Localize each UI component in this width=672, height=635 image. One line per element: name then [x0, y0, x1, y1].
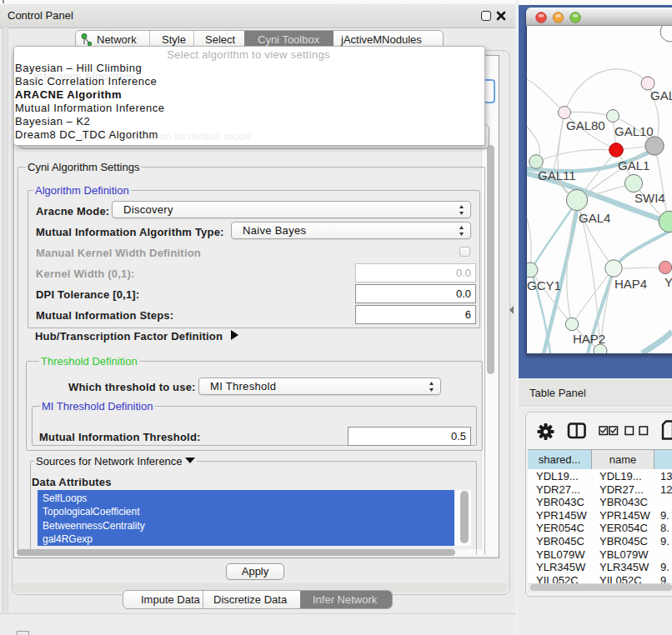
svg-text:HAP2: HAP2 — [573, 332, 605, 346]
svg-text:GAL1: GAL1 — [618, 158, 649, 172]
svg-text:GAL11: GAL11 — [538, 168, 576, 182]
svg-text:HAP4: HAP4 — [614, 277, 647, 291]
svg-text:GCY1: GCY1 — [527, 278, 561, 292]
svg-text:Y: Y — [664, 275, 672, 289]
svg-text:GAL: GAL — [650, 88, 672, 102]
svg-text:GAL4: GAL4 — [579, 211, 610, 225]
svg-text:GAL10: GAL10 — [614, 124, 654, 138]
svg-text:SWI4: SWI4 — [634, 191, 665, 205]
svg-text:GAL80: GAL80 — [566, 118, 605, 132]
